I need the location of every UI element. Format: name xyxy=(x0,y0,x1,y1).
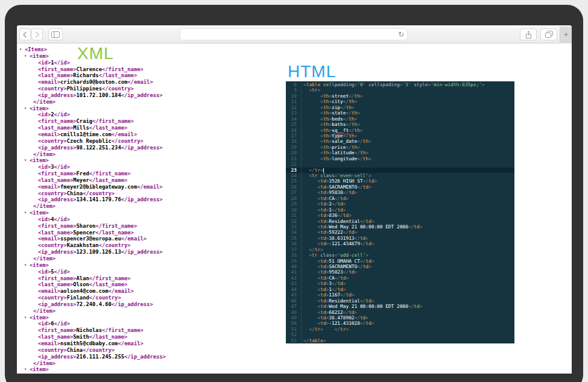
code-text: <td>51 OMAHA CT</td> xyxy=(302,258,374,264)
code-line: 30 <td>1</td> xyxy=(286,207,514,213)
code-line: 45 <td>1167</td> xyxy=(286,292,514,298)
code-text: <td>38.478902</td> xyxy=(302,315,368,321)
line-number: 13 xyxy=(286,110,302,116)
code-line: 29 <td>2</td> xyxy=(286,201,514,207)
line-number: 29 xyxy=(286,201,302,207)
xml-line: <last_name>Mills</last_name> xyxy=(19,125,279,131)
line-number: 16 xyxy=(286,128,302,133)
code-line: 14 <th>beds</th> xyxy=(286,116,514,122)
code-line: 17 <th>type</th> xyxy=(286,133,514,139)
code-line: 21 <th>longitude</th> xyxy=(286,156,514,161)
html-heading: HTML xyxy=(288,63,336,81)
line-number: 25 xyxy=(286,178,302,184)
disclosure-triangle-icon[interactable]: ▾ xyxy=(24,366,30,373)
line-number: 18 xyxy=(286,139,302,144)
code-line: 41 <td>95823</td> xyxy=(286,269,514,275)
code-text: <td>95823</td> xyxy=(302,269,357,275)
show-tabs-button[interactable] xyxy=(540,28,557,40)
disclosure-triangle-icon[interactable]: ▾ xyxy=(24,210,30,216)
xml-line: <ip_address>216.111.245.255</ip_address> xyxy=(19,354,279,360)
chevron-left-icon xyxy=(22,31,28,38)
code-line: 22 xyxy=(286,161,514,167)
line-number: 28 xyxy=(286,196,302,201)
line-number: 15 xyxy=(286,122,302,127)
disclosure-triangle-icon[interactable]: ▾ xyxy=(19,46,25,53)
back-button[interactable] xyxy=(19,28,31,40)
line-number: 49 xyxy=(286,315,302,321)
xml-line: </item> xyxy=(19,360,279,367)
xml-line: <last_name>Smith</last_name> xyxy=(19,334,279,340)
code-line: 28 <td>CA</td> xyxy=(286,196,514,201)
code-text: <th>street</th> xyxy=(302,93,363,99)
code-editor[interactable]: 8<table cellpadding='0' cellspading='3' … xyxy=(286,81,514,343)
line-number: 30 xyxy=(286,207,302,213)
code-line: 12 <th>zip</th> xyxy=(286,105,514,110)
code-line: 48 <td>68212</td> xyxy=(286,310,514,315)
code-line: 51 </tr> </tr> xyxy=(286,327,514,332)
code-text: <th>latitude</th> xyxy=(302,150,368,155)
code-line: 43 <td>3</td> xyxy=(286,281,514,286)
disclosure-triangle-icon[interactable]: ▾ xyxy=(24,315,30,321)
code-text: <th>longitude</th> xyxy=(302,156,371,161)
code-text: <th>price</th> xyxy=(302,145,360,150)
xml-line: <ip_address>98.122.251.234</ip_address> xyxy=(19,145,279,151)
text-cursor xyxy=(323,168,324,173)
xml-line: <id>4</id> xyxy=(19,216,279,223)
line-number: 38 xyxy=(286,252,302,258)
code-line: 52 xyxy=(286,332,514,337)
code-text: <tr class='even-cell'> xyxy=(302,173,371,178)
line-number: 9 xyxy=(286,87,302,93)
code-line: 34 <td>59222</td> xyxy=(286,230,514,235)
code-text xyxy=(302,332,303,337)
code-line: 11 <th>city</th> xyxy=(286,99,514,104)
disclosure-triangle-icon[interactable]: ▾ xyxy=(24,157,30,164)
code-line: 31 <td>836</td> xyxy=(286,213,514,218)
forward-button[interactable] xyxy=(31,28,43,40)
xml-line: </item> xyxy=(19,308,279,315)
line-number: 21 xyxy=(286,156,302,161)
disclosure-triangle-icon[interactable]: ▾ xyxy=(24,262,30,269)
code-text: <th>type</th> xyxy=(302,133,357,139)
code-text: <th>baths</th> xyxy=(302,122,360,127)
code-line: 26 <td>SACRAMENTO</td> xyxy=(286,184,514,190)
misspelling-squiggle: sq__ft xyxy=(332,128,349,133)
xml-line: <country>China</country> xyxy=(19,347,279,354)
code-text: </tr> xyxy=(302,168,324,173)
line-number: 26 xyxy=(286,184,302,190)
code-line: 46 <td>Residential</td> xyxy=(286,298,514,304)
xml-line: <first_name>Alan</first_name> xyxy=(19,275,279,282)
code-text: <th>sq__ft</th> xyxy=(302,128,363,133)
xml-line: </item> xyxy=(19,255,279,262)
line-number: 11 xyxy=(286,99,302,104)
xml-line: <country>Philippines</country> xyxy=(19,86,279,92)
url-address-field[interactable]: ↻ xyxy=(180,28,408,40)
xml-line: ▾<item> xyxy=(19,315,279,321)
code-line: 40 <td>SACRAMENTO</td> xyxy=(286,264,514,269)
page-content: XML ▾<Items>▾<item><id>1</id><first_name… xyxy=(17,43,572,374)
disclosure-triangle-icon[interactable]: ▾ xyxy=(24,105,30,112)
code-line: 47 <td>Wed May 21 00:00:00 EDT 2008</td> xyxy=(286,304,514,309)
xml-line: <first_name>Sharon</first_name> xyxy=(19,223,279,230)
line-number: 34 xyxy=(286,230,302,235)
browser-window: ↻ + XML ▾<Items>▾<item><id>1</id><first_… xyxy=(17,25,572,374)
code-text: <td>SACRAMENTO</td> xyxy=(302,184,371,190)
xml-line: <id>6</id> xyxy=(19,321,279,327)
code-line: 13 <th>state</th> xyxy=(286,110,514,116)
share-button[interactable] xyxy=(520,28,537,40)
xml-line: ▾<item> xyxy=(19,366,279,373)
code-text: <table cellpadding='0' cellspading='3' s… xyxy=(302,82,485,87)
xml-line: <first_name>Fred</first_name> xyxy=(19,171,279,177)
sidebar-toggle-button[interactable] xyxy=(48,28,63,40)
code-line: 9 <tr> xyxy=(286,87,514,93)
tabs-overview-icon xyxy=(545,31,553,38)
new-tab-button[interactable]: + xyxy=(560,27,572,43)
sidebar-icon xyxy=(51,31,60,38)
refresh-icon[interactable]: ↻ xyxy=(398,30,404,40)
disclosure-triangle-icon[interactable]: ▾ xyxy=(24,53,30,60)
code-line: 33 <td>Wed May 21 00:00:00 EDT 2008</td> xyxy=(286,224,514,230)
line-number: 12 xyxy=(286,105,302,110)
code-text: <td>CA</td> xyxy=(302,275,349,281)
xml-line: ▾<item> xyxy=(19,157,279,164)
line-number: 20 xyxy=(286,150,302,155)
line-number: 52 xyxy=(286,332,302,337)
